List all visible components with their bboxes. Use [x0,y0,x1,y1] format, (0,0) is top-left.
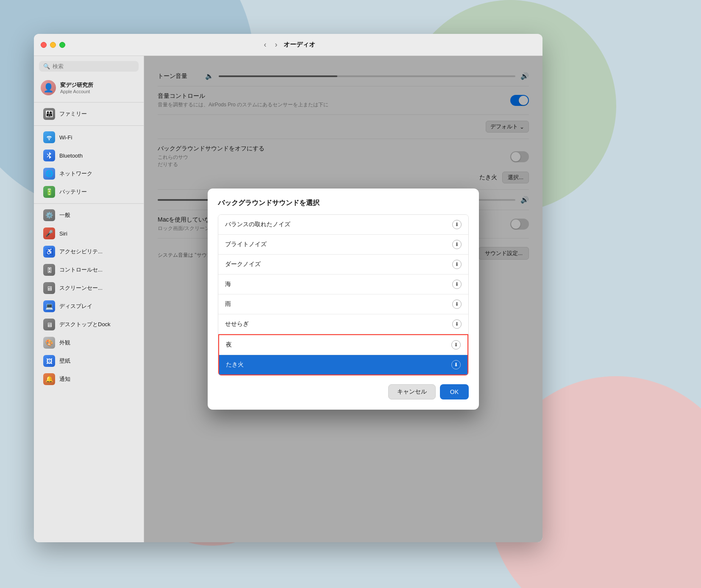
download-icon-bright[interactable]: ⬇ [452,240,462,249]
download-icon-balanced[interactable]: ⬇ [452,220,462,229]
sound-item-rain[interactable]: 雨 ⬇ [218,294,468,314]
ok-button[interactable]: OK [440,384,469,399]
sidebar-account[interactable]: 👤 変デジ研究所 Apple Account [34,77,144,99]
sound-name-ocean: 海 [225,280,231,288]
dialog: バックグラウンドサウンドを選択 バランスの取れたノイズ ⬇ ブライトノイズ ⬇ [208,189,479,410]
desktop-icon: 🖥 [43,319,55,330]
traffic-lights [41,42,65,48]
sidebar-item-desktop[interactable]: 🖥 デスクトップとDock [36,316,141,333]
dialog-buttons: キャンセル OK [218,384,469,399]
nav-forward-button[interactable]: › [273,39,280,50]
search-input[interactable] [53,63,134,69]
account-sub: Apple Account [60,89,93,94]
avatar: 👤 [41,80,56,95]
sidebar-item-control[interactable]: 🎛 コントロールセ... [36,261,141,279]
title-bar: ‹ › オーディオ [34,34,542,56]
cancel-button[interactable]: キャンセル [388,384,436,399]
appearance-icon: 🎨 [43,337,55,349]
screensaver-icon: 🖥 [43,282,55,294]
sidebar-label-screensaver: スクリーンセー... [59,284,103,292]
sidebar-label-wifi: Wi-Fi [59,134,72,141]
sidebar-label-bluetooth: Bluetooth [59,153,83,159]
sound-name-dark: ダークノイズ [225,261,261,268]
red-border-group: 夜 ⬇ たき火 ⬇ [218,334,468,375]
sidebar-divider [34,102,144,103]
maximize-button[interactable] [59,42,65,48]
battery-icon: 🔋 [43,186,55,198]
sidebar-label-desktop: デスクトップとDock [59,321,111,328]
download-icon-dark[interactable]: ⬇ [452,260,462,269]
family-icon: 👨‍👩‍👧 [43,108,55,120]
sidebar-item-wifi[interactable]: Wi-Fi [36,128,141,146]
sidebar-label-siri: Siri [59,230,67,237]
mac-window: ‹ › オーディオ 🔍 👤 変デジ研究所 Apple Account [34,34,542,542]
sidebar-item-bluetooth[interactable]: Bluetooth [36,147,141,164]
sidebar-label-general: 一般 [59,211,70,219]
nav-back-button[interactable]: ‹ [261,39,269,50]
wallpaper-icon: 🖼 [43,355,55,367]
sound-item-night[interactable]: 夜 ⬇ [219,335,467,355]
sidebar-item-screensaver[interactable]: 🖥 スクリーンセー... [36,279,141,297]
modal-overlay: バックグラウンドサウンドを選択 バランスの取れたノイズ ⬇ ブライトノイズ ⬇ [144,56,542,542]
accessibility-icon: ♿ [43,246,55,258]
sound-item-fire[interactable]: たき火 ⬇ [219,355,467,374]
download-icon-night[interactable]: ⬇ [451,340,461,349]
sidebar-item-family[interactable]: 👨‍👩‍👧 ファミリー [36,105,141,123]
sound-item-dark[interactable]: ダークノイズ ⬇ [218,255,468,275]
window-body: 🔍 👤 変デジ研究所 Apple Account 👨‍👩‍👧 ファミリー [34,56,542,542]
sidebar-label-family: ファミリー [59,110,87,118]
sidebar-item-general[interactable]: ⚙️ 一般 [36,206,141,224]
close-button[interactable] [41,42,47,48]
title-nav: ‹ › オーディオ [261,39,315,50]
download-icon-fire[interactable]: ⬇ [451,360,461,369]
sidebar-item-display[interactable]: 💻 ディスプレイ [36,297,141,315]
sidebar-label-network: ネットワーク [59,170,92,178]
sidebar-label-display: ディスプレイ [59,302,92,310]
sidebar-item-appearance[interactable]: 🎨 外観 [36,334,141,352]
sound-list: バランスの取れたノイズ ⬇ ブライトノイズ ⬇ ダークノイズ ⬇ 海 [218,214,469,376]
bluetooth-icon [43,150,55,161]
network-icon: 🌐 [43,168,55,180]
sound-item-bright[interactable]: ブライトノイズ ⬇ [218,235,468,255]
sound-name-stream: せせらぎ [225,320,249,328]
sound-item-ocean[interactable]: 海 ⬇ [218,275,468,294]
sidebar-item-battery[interactable]: 🔋 バッテリー [36,183,141,201]
main-content: トーン音量 🔈 🔊 音量コントロール 音量を調整するには、AirPods Pro… [144,56,542,542]
window-title: オーディオ [284,41,315,49]
sidebar-label-appearance: 外観 [59,339,70,347]
sound-item-stream[interactable]: せせらぎ ⬇ [218,314,468,334]
sound-name-rain: 雨 [225,300,231,308]
sidebar-item-accessibility[interactable]: ♿ アクセシビリテ... [36,243,141,261]
sound-name-fire: たき火 [226,361,244,369]
minimize-button[interactable] [50,42,56,48]
sidebar-label-notification: 通知 [59,375,70,383]
general-icon: ⚙️ [43,209,55,221]
wifi-icon [43,131,55,143]
siri-icon: 🎤 [43,227,55,239]
download-icon-stream[interactable]: ⬇ [452,319,462,329]
sidebar-item-notification[interactable]: 🔔 通知 [36,370,141,388]
control-icon: 🎛 [43,264,55,276]
notification-icon: 🔔 [43,373,55,385]
sound-name-bright: ブライトノイズ [225,241,267,248]
display-icon: 💻 [43,300,55,312]
download-icon-ocean[interactable]: ⬇ [452,280,462,289]
account-info: 変デジ研究所 Apple Account [60,81,93,94]
sidebar-label-wallpaper: 壁紙 [59,357,70,365]
sound-name-night: 夜 [226,341,232,349]
sound-name-balanced: バランスの取れたノイズ [225,221,290,228]
dialog-title: バックグラウンドサウンドを選択 [218,199,469,208]
search-bar[interactable]: 🔍 [39,61,139,72]
sidebar-item-network[interactable]: 🌐 ネットワーク [36,165,141,183]
download-icon-rain[interactable]: ⬇ [452,300,462,309]
sidebar-item-wallpaper[interactable]: 🖼 壁紙 [36,352,141,370]
sound-item-balanced[interactable]: バランスの取れたノイズ ⬇ [218,215,468,235]
sidebar-divider2 [34,125,144,126]
sidebar-label-control: コントロールセ... [59,266,103,274]
account-name: 変デジ研究所 [60,81,93,89]
sidebar-item-siri[interactable]: 🎤 Siri [36,225,141,242]
sidebar-label-accessibility: アクセシビリテ... [59,248,103,255]
sidebar-divider3 [34,203,144,204]
sidebar-label-battery: バッテリー [59,188,87,196]
sidebar: 🔍 👤 変デジ研究所 Apple Account 👨‍👩‍👧 ファミリー [34,56,144,542]
